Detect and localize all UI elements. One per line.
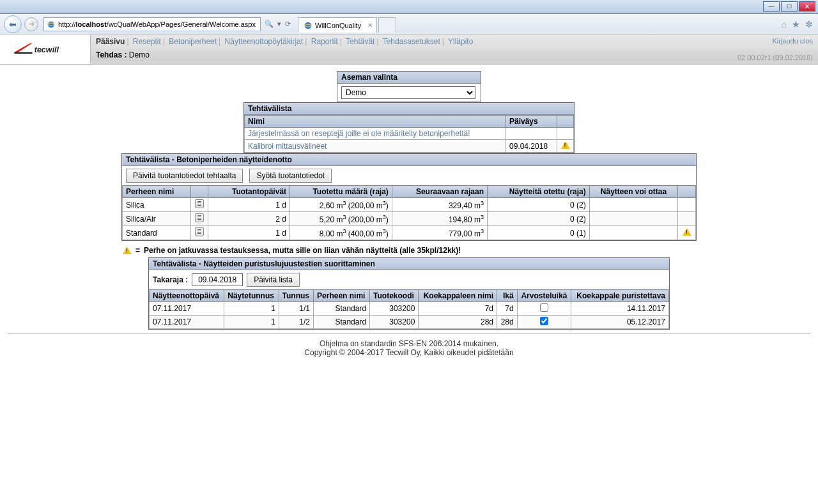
cell-produced: 2,60 m3 (200,00 m3): [290, 198, 392, 212]
cell-taken: 0 (2): [487, 212, 589, 226]
warning-icon: [683, 228, 691, 236]
menu-yllapito[interactable]: Ylläpito: [448, 37, 473, 46]
browser-tab-active[interactable]: WillConQuality ✕: [298, 17, 377, 33]
deadline-input[interactable]: [192, 273, 243, 286]
cell-days: 2 d: [208, 212, 290, 226]
th-warn: [678, 186, 696, 198]
tools-icon[interactable]: ✼: [805, 19, 813, 29]
menu-betoniperheet[interactable]: Betoniperheet: [169, 37, 217, 46]
svg-point-0: [48, 20, 55, 27]
task-row: Kalibroi mittausvälineet 09.04.2018: [245, 140, 574, 153]
press-table: Näytteenottopäivä Näytetunnus Tunnus Per…: [149, 289, 669, 329]
cell-taken: 0 (1): [487, 226, 589, 240]
sampling-title: Tehtävälista - Betoniperheiden näytteide…: [122, 154, 696, 166]
sampling-legend: = Perhe on jatkuvassa testauksessa, mutt…: [121, 243, 697, 257]
sampling-row: Silica/Air 2 d 5,20 m3 (200,00 m3) 194,8…: [123, 212, 696, 226]
menu-naytteenotto[interactable]: Näytteenottopöytäkirjat: [225, 37, 304, 46]
url-tools: 🔍 ▾ ⟳: [263, 20, 293, 28]
tehdas-label: Tehdas :: [96, 50, 127, 59]
judge-checkbox[interactable]: [540, 317, 548, 325]
cell-tunnus: 1/2: [279, 316, 313, 329]
cell-date: 07.11.2017: [150, 316, 224, 329]
sampling-row: Standard 1 d 8,00 m3 (400,00 m3) 779,00 …: [123, 226, 696, 240]
th-product: Tuotekoodi: [370, 290, 419, 302]
tehdas-value: Demo: [129, 50, 150, 59]
th-must: Koekappale puristettava: [571, 290, 669, 302]
task-warn-cell: [557, 140, 574, 153]
detail-icon[interactable]: [195, 199, 204, 208]
cell-judge: [517, 302, 571, 316]
menu-raportit[interactable]: Raportit: [311, 37, 338, 46]
th-cantake: Näytteen voi ottaa: [589, 186, 677, 198]
tab-close-icon[interactable]: ✕: [367, 22, 373, 29]
search-icon[interactable]: 🔍: [265, 20, 274, 28]
svg-rect-5: [14, 52, 32, 54]
th-piece: Koekappaleen nimi: [419, 290, 497, 302]
menu-tehdasasetukset[interactable]: Tehdasasetukset: [383, 37, 440, 46]
tab-strip: WillConQuality ✕: [298, 15, 397, 33]
task-link[interactable]: Järjestelmässä on reseptejä joille ei ol…: [248, 129, 470, 138]
forward-button[interactable]: ➔: [24, 17, 38, 31]
refresh-button[interactable]: ⟳: [285, 20, 291, 28]
address-bar[interactable]: http://localhost/wcQualWebApp/Pages/Gene…: [43, 17, 261, 31]
cell-age: 7d: [497, 302, 518, 316]
legend-eq: =: [135, 246, 140, 255]
cell-age: 28d: [497, 316, 518, 329]
cell-date: 07.11.2017: [150, 302, 224, 316]
home-icon[interactable]: ⌂: [782, 19, 787, 29]
tasklist-panel: Tehtävälista Nimi Päiväys Järjestelmässä…: [243, 102, 575, 153]
warning-icon: [561, 141, 570, 149]
ie-icon: [47, 20, 56, 29]
favorites-icon[interactable]: ★: [792, 19, 800, 29]
window-maximize-button[interactable]: ☐: [781, 1, 798, 11]
th-family: Perheen nimi: [123, 186, 191, 198]
update-list-button[interactable]: Päivitä lista: [247, 273, 300, 287]
logout-link[interactable]: Kirjaudu ulos: [772, 37, 813, 45]
th-age: Ikä: [497, 290, 518, 302]
cell-cantake: [589, 212, 677, 226]
footer: Ohjelma on standardin SFS-EN 206:2014 mu…: [8, 333, 810, 362]
url-host: localhost: [76, 20, 107, 28]
cell-tunnus: 1/1: [279, 302, 313, 316]
th-warn: [557, 116, 574, 128]
url-path: /wcQualWebApp/Pages/General/Welcome.aspx: [107, 20, 256, 28]
th-date: Päiväys: [506, 116, 557, 128]
window-titlebar: — ☐ X: [0, 0, 818, 14]
deadline-label: Takaraja :: [153, 275, 188, 284]
th-date: Näytteenottopäivä: [150, 290, 224, 302]
task-link[interactable]: Kalibroi mittausvälineet: [248, 142, 327, 151]
detail-icon[interactable]: [195, 227, 204, 236]
new-tab-button[interactable]: [378, 17, 396, 33]
window-close-button[interactable]: X: [799, 1, 815, 11]
station-panel-title: Aseman valinta: [337, 72, 481, 84]
url-dropdown-icon[interactable]: ▾: [277, 20, 281, 28]
back-button[interactable]: ⬅: [4, 15, 22, 33]
update-production-button[interactable]: Päivitä tuotantotiedot tehtaalta: [126, 169, 243, 183]
menu-tehtavat[interactable]: Tehtävät: [346, 37, 374, 46]
cell-product: 303200: [370, 316, 419, 329]
footer-line1: Ohjelma on standardin SFS-EN 206:2014 mu…: [8, 339, 810, 348]
logo: tecwill: [0, 34, 91, 64]
svg-marker-4: [14, 43, 32, 52]
cell-warn: [678, 226, 696, 240]
cell-warn: [678, 212, 696, 226]
th-tonext: Seuraavaan rajaan: [392, 186, 487, 198]
window-minimize-button[interactable]: —: [763, 1, 780, 11]
cell-days: 1 d: [208, 198, 290, 212]
station-select[interactable]: Demo: [341, 86, 475, 99]
footer-line2: Copyright © 2004-2017 Tecwill Oy, Kaikki…: [8, 348, 810, 357]
task-date: 09.04.2018: [506, 140, 557, 153]
th-judge: Arvosteluikä: [517, 290, 571, 302]
detail-icon[interactable]: [195, 213, 204, 222]
press-row: 07.11.2017 1 1/1 Standard 303200 7d 7d 1…: [150, 302, 669, 316]
sampling-row: Silica 1 d 2,60 m3 (200,00 m3) 329,40 m3…: [123, 198, 696, 212]
enter-production-button[interactable]: Syötä tuotantotiedot: [249, 169, 332, 183]
menu-reseptit[interactable]: Reseptit: [133, 37, 161, 46]
header-right: Kirjaudu ulos: [772, 37, 813, 45]
task-date: [506, 128, 557, 140]
judge-checkbox[interactable]: [540, 303, 548, 312]
cell-must: 05.12.2017: [571, 316, 669, 329]
cell-judge: [517, 316, 571, 329]
menu-paasivu[interactable]: Pääsivu: [96, 37, 125, 46]
ie-icon: [304, 21, 313, 30]
